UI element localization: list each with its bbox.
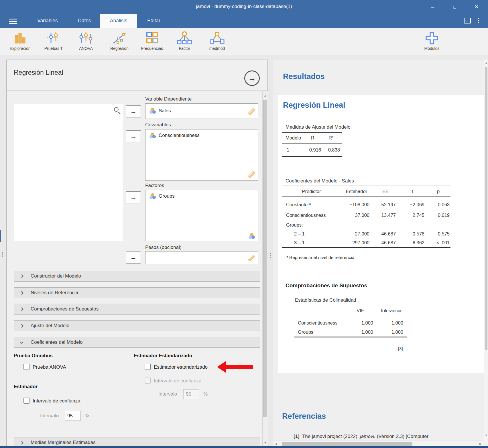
prueba-anova-checkbox[interactable] — [23, 364, 29, 370]
variable-item-conscientiousness[interactable]: Conscientiousness — [145, 129, 258, 139]
tab-editar[interactable]: Editar — [143, 14, 165, 28]
results-hscrollbar[interactable]: ◀ ▶ — [273, 441, 484, 447]
tab-analisis[interactable]: Análisis — [100, 14, 137, 28]
chevron-right-icon — [20, 307, 23, 311]
scroll-left-icon[interactable]: ◀ — [275, 442, 277, 445]
coef-row-constante: Constante ª −108.000 52.197 −2.069 0.063 — [282, 199, 450, 210]
std-intervalo-label: Intervalo — [158, 391, 177, 397]
scroll-up-icon[interactable]: ▲ — [485, 61, 488, 64]
red-annotation-arrow-icon — [217, 361, 226, 373]
kebab-menu-icon[interactable] — [478, 17, 479, 23]
std-intervalo-confianza-checkbox[interactable] — [145, 378, 151, 384]
tab-variables[interactable]: Variables — [34, 14, 61, 28]
weights-field[interactable] — [145, 251, 258, 264]
section-ajuste-del-modelo[interactable]: Ajuste del Modelo — [14, 320, 260, 331]
std-intervalo-confianza-label: Intervalo de confianza — [154, 378, 201, 384]
results-doc-title: Resultados — [283, 72, 325, 81]
arrow-right-icon: → — [248, 74, 256, 83]
hamburger-menu-icon[interactable] — [9, 17, 17, 25]
colin-row-conscientiousness: Conscientiousness 1.000 1.000 — [294, 318, 407, 328]
assign-factor-button[interactable]: → — [126, 191, 141, 203]
t-test-icon — [47, 30, 60, 44]
options-header-divider — [7, 90, 267, 91]
chevron-right-icon — [20, 291, 23, 295]
toolbar-modulos-button[interactable]: Módulos — [417, 30, 447, 55]
collapse-options-arrow-button[interactable]: → — [244, 70, 260, 86]
intervalo-input[interactable] — [65, 411, 81, 421]
chevron-down-icon — [20, 340, 23, 344]
intervalo-confianza-label[interactable]: Intervalo de confianza — [33, 398, 80, 404]
results-vscrollbar-thumb[interactable] — [485, 67, 487, 350]
close-button[interactable]: ✕ — [470, 0, 483, 14]
continuous-type-ruler-icon — [248, 108, 255, 115]
medmod-icon — [210, 30, 225, 44]
anova-icon — [78, 30, 94, 44]
prueba-omnibus-heading: Prueba Omnibus — [14, 353, 53, 359]
toolbar-exploracion-button[interactable]: Exploración — [5, 30, 35, 55]
toolbar-frecuencias-button[interactable]: Frecuencias — [137, 30, 167, 55]
factors-label: Factores — [145, 183, 164, 188]
data-pane-edge — [0, 230, 1, 242]
intervalo-label: Intervalo — [40, 413, 59, 419]
exploration-bars-icon — [13, 30, 27, 44]
nominal-type-icon — [248, 233, 255, 239]
scroll-down-icon[interactable]: ▼ — [264, 441, 267, 444]
coef-table-title: Coeficientes del Modelo - Sales — [286, 178, 354, 184]
results-panel-toggle-icon[interactable]: ‹ — [464, 18, 471, 23]
estimador-estandarizado-label[interactable]: Estimador estandarizado — [154, 364, 208, 370]
scroll-right-icon[interactable]: ▶ — [479, 442, 482, 445]
std-intervalo-input[interactable] — [183, 389, 199, 399]
panel-splitter-handle-icon[interactable] — [270, 252, 271, 258]
std-percent-label: % — [203, 391, 208, 397]
assign-dependent-button[interactable]: → — [126, 105, 141, 117]
section-comprobaciones-de-supuestos[interactable]: Comprobaciones de Supuestos — [14, 304, 260, 315]
assign-weights-button[interactable]: → — [126, 251, 141, 264]
coef-table: Predictor Estimador EE t p Constante ª −… — [282, 186, 450, 248]
arrow-right-icon: → — [130, 194, 137, 201]
variable-item-sales[interactable]: Sales — [145, 104, 258, 114]
options-scrollbar-thumb[interactable] — [263, 100, 267, 417]
scroll-up-icon[interactable]: ▲ — [264, 94, 267, 97]
red-annotation-arrow-shaft — [225, 365, 253, 369]
options-panel-title: Regresión Lineal — [14, 69, 63, 76]
estimador-estandarizado-checkbox[interactable] — [145, 364, 151, 370]
left-splitter-handle-icon[interactable] — [2, 251, 3, 257]
toolbar-regresion-button[interactable]: Regresión — [105, 30, 134, 55]
toolbar-pruebas-t-button[interactable]: Pruebas T — [39, 30, 68, 55]
section-coeficientes-del-modelo[interactable]: Coeficientes del Modelo — [14, 337, 260, 348]
minimize-button[interactable]: – — [426, 0, 439, 14]
options-scrollbar[interactable]: ▲ ▼ — [262, 91, 268, 446]
window-title: jamovi - dummy-coding-in-class-database(… — [0, 4, 488, 9]
toolbar-factor-button[interactable]: Factor — [170, 30, 199, 55]
assign-covariate-button[interactable]: → — [126, 130, 141, 142]
arrow-right-icon: → — [130, 133, 137, 140]
nominal-variable-icon — [149, 193, 156, 199]
modules-plus-icon — [425, 30, 439, 44]
dependent-variable-field[interactable]: Sales — [145, 103, 258, 119]
colin-row-groups: Groups 1.000 1.000 — [294, 328, 407, 337]
continuous-type-ruler-icon — [248, 254, 255, 262]
factor-icon — [176, 30, 192, 44]
section-constructor-del-modelo[interactable]: Constructor del Modelo — [14, 271, 260, 282]
estimador-estandarizado-heading: Estimador Estandarizado — [134, 353, 192, 359]
variable-item-groups[interactable]: Groups — [145, 190, 258, 199]
covariates-label: Covariables — [145, 122, 171, 128]
available-variables-list[interactable] — [14, 104, 123, 241]
toolbar-medmod-button[interactable]: medmod — [202, 30, 232, 55]
factors-box[interactable]: Groups — [145, 190, 258, 241]
intervalo-confianza-checkbox[interactable] — [23, 398, 29, 404]
section-niveles-de-referencia[interactable]: Niveles de Referencia — [14, 287, 260, 298]
covariates-box[interactable]: Conscientiousness — [145, 129, 258, 181]
search-icon[interactable] — [114, 107, 119, 112]
frequencies-icon — [145, 30, 159, 44]
toolbar-anova-button[interactable]: ANOVA — [71, 30, 101, 55]
results-hscrollbar-thumb[interactable] — [282, 442, 412, 446]
scroll-down-icon[interactable]: ▼ — [485, 434, 488, 437]
results-vscrollbar[interactable]: ▲ ▼ — [484, 60, 488, 448]
prueba-anova-label[interactable]: Prueba ANOVA — [33, 364, 66, 370]
references-heading: Referencias — [282, 412, 326, 421]
coef-table-footnote: ª Representa el nivel de referencia — [286, 255, 355, 260]
tab-datos[interactable]: Datos — [72, 14, 97, 28]
fit-table-title: Medidas de Ajuste del Modelo — [286, 124, 351, 130]
maximize-button[interactable]: □ — [448, 0, 461, 14]
